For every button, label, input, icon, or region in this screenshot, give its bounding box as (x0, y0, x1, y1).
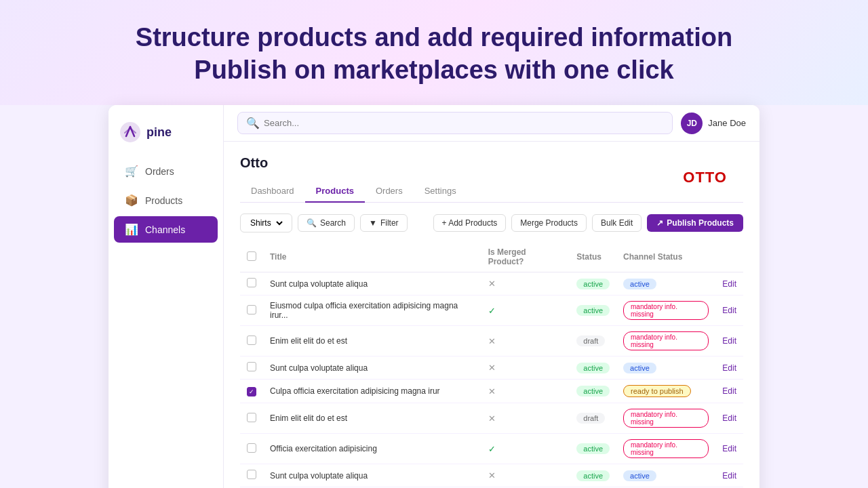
sidebar-item-orders[interactable]: 🛒 Orders (114, 158, 218, 184)
products-table: Title Is Merged Product? Status Channel … (240, 242, 743, 488)
header-checkbox-cell (240, 242, 263, 272)
header-status: Status (570, 242, 616, 272)
header-channel-status: Channel Status (616, 242, 715, 272)
sidebar-item-products-label: Products (145, 195, 182, 206)
publish-products-button[interactable]: ↗ Publish Products (647, 214, 743, 232)
row-title-1: Eiusmod culpa officia exercitation adipi… (263, 296, 481, 326)
row-checkbox-3[interactable] (247, 362, 256, 371)
row-channel-status-5: mandatory info. missing (616, 403, 715, 434)
table-row: ✓Culpa officia exercitation adipisicing … (240, 380, 743, 403)
row-merged-7: ✕ (481, 464, 570, 487)
row-merged-6: ✓ (481, 434, 570, 464)
row-edit-1[interactable]: Edit (715, 296, 743, 326)
row-merged-5: ✕ (481, 403, 570, 434)
row-checkbox-1[interactable] (247, 305, 256, 314)
pine-logo-icon (119, 121, 141, 143)
table-row: Enim elit elit do et est✕draftmandatory … (240, 403, 743, 434)
app-shell: pine 🛒 Orders 📦 Products 📊 Channels Hell… (108, 105, 760, 488)
merge-products-button[interactable]: Merge Products (511, 214, 587, 232)
tab-orders[interactable]: Orders (365, 180, 414, 203)
filter-button[interactable]: ▼ Filter (360, 214, 408, 232)
row-status-3: active (570, 357, 616, 380)
row-checkbox-5[interactable] (247, 413, 256, 422)
tab-dashboard[interactable]: Dashboard (240, 180, 305, 203)
row-edit-2[interactable]: Edit (715, 326, 743, 357)
avatar: JD (681, 113, 703, 134)
search-input[interactable] (264, 118, 664, 128)
row-channel-status-4: ready to publish (616, 380, 715, 403)
table-row: Sunt culpa voluptate aliqua✕activeactive… (240, 357, 743, 380)
row-status-4: active (570, 380, 616, 403)
sidebar: pine 🛒 Orders 📦 Products 📊 Channels Hell… (108, 105, 224, 488)
row-edit-0[interactable]: Edit (715, 272, 743, 296)
row-status-6: active (570, 434, 616, 464)
row-edit-4[interactable]: Edit (715, 380, 743, 403)
bulk-edit-button[interactable]: Bulk Edit (592, 214, 642, 232)
otto-logo: OTTO (683, 169, 727, 186)
main-area: 🔍 JD Jane Doe Otto OTTO Dashboard Produc… (224, 105, 760, 488)
logo-area: pine (108, 116, 223, 157)
tab-settings[interactable]: Settings (414, 180, 467, 203)
row-merged-0: ✕ (481, 272, 570, 296)
row-title-6: Officia exercitation adipisicing (263, 434, 481, 464)
header-title: Title (263, 242, 481, 272)
row-channel-status-7: active (616, 464, 715, 487)
orders-icon: 🛒 (125, 165, 138, 178)
row-status-5: draft (570, 403, 616, 434)
row-checkbox-4[interactable]: ✓ (247, 387, 256, 396)
row-title-4: Culpa officia exercitation adipisicing m… (263, 380, 481, 403)
table-row: Sunt culpa voluptate aliqua✕activeactive… (240, 272, 743, 296)
row-merged-3: ✕ (481, 357, 570, 380)
search-btn-icon: 🔍 (307, 218, 317, 228)
row-channel-status-0: active (616, 272, 715, 296)
row-status-2: draft (570, 326, 616, 357)
hero-title: Structure products and add required info… (14, 22, 854, 86)
row-title-2: Enim elit elit do et est (263, 326, 481, 357)
row-title-5: Enim elit elit do et est (263, 403, 481, 434)
row-checkbox-0[interactable] (247, 278, 256, 287)
table-row: Eiusmod culpa officia exercitation adipi… (240, 296, 743, 326)
sidebar-item-channels[interactable]: 📊 Channels (114, 216, 218, 243)
user-area[interactable]: JD Jane Doe (681, 113, 746, 134)
header-merged: Is Merged Product? (481, 242, 570, 272)
category-filter[interactable]: Shirts Pants Shoes (240, 214, 292, 232)
select-all-checkbox[interactable] (247, 251, 256, 261)
row-status-0: active (570, 272, 616, 296)
category-select[interactable]: Shirts Pants Shoes (248, 218, 285, 228)
row-edit-6[interactable]: Edit (715, 434, 743, 464)
page-heading: Otto (240, 155, 743, 171)
svg-point-0 (120, 122, 140, 142)
row-edit-3[interactable]: Edit (715, 357, 743, 380)
search-icon: 🔍 (246, 117, 260, 129)
channels-icon: 📊 (125, 223, 138, 236)
search-button[interactable]: 🔍 Search (298, 214, 355, 232)
row-channel-status-3: active (616, 357, 715, 380)
sidebar-item-channels-label: Channels (145, 224, 185, 235)
tab-products[interactable]: Products (305, 180, 365, 203)
logo-text: pine (146, 125, 172, 140)
hero-banner: Structure products and add required info… (0, 0, 868, 105)
row-edit-5[interactable]: Edit (715, 403, 743, 434)
row-merged-1: ✓ (481, 296, 570, 326)
row-channel-status-1: mandatory info. missing (616, 296, 715, 326)
table-row: Enim elit elit do et est✕draftmandatory … (240, 326, 743, 357)
sidebar-item-orders-label: Orders (145, 166, 174, 177)
row-checkbox-6[interactable] (247, 443, 256, 453)
tabs: Dashboard Products Orders Settings (240, 180, 743, 203)
row-checkbox-7[interactable] (247, 470, 256, 479)
sidebar-item-products[interactable]: 📦 Products (114, 187, 218, 214)
row-title-7: Sunt culpa voluptate aliqua (263, 464, 481, 487)
row-edit-7[interactable]: Edit (715, 464, 743, 487)
add-products-button[interactable]: + Add Products (433, 214, 507, 232)
row-status-1: active (570, 296, 616, 326)
row-channel-status-2: mandatory info. missing (616, 326, 715, 357)
toolbar: Shirts Pants Shoes 🔍 Search ▼ Filter + A… (240, 214, 743, 232)
row-merged-2: ✕ (481, 326, 570, 357)
header-actions (715, 242, 743, 272)
row-checkbox-2[interactable] (247, 336, 256, 345)
row-status-7: active (570, 464, 616, 487)
table-row: Officia exercitation adipisicing✓activem… (240, 434, 743, 464)
search-box[interactable]: 🔍 (237, 112, 673, 134)
row-channel-status-6: mandatory info. missing (616, 434, 715, 464)
content: Otto OTTO Dashboard Products Orders Sett… (224, 142, 760, 488)
